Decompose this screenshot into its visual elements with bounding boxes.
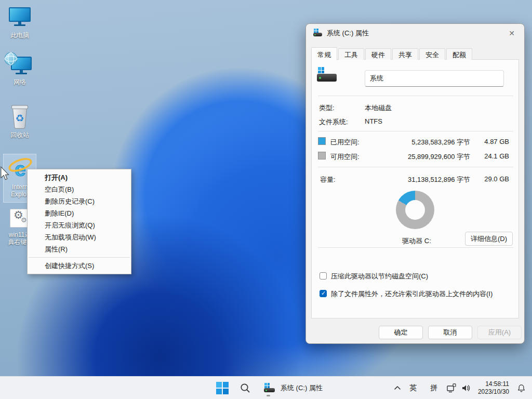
separator	[318, 167, 513, 167]
drive-icon-large	[317, 67, 339, 83]
desktop-icon-network[interactable]: 网络	[0, 53, 39, 86]
search-icon	[240, 382, 251, 394]
free-space-bytes: 25,899,929,600 字节	[408, 152, 470, 162]
desktop-icon-label: 回收站	[0, 131, 39, 139]
drive-caption: 驱动器 C:	[385, 236, 448, 246]
close-button[interactable]: ✕	[506, 27, 518, 39]
network-tray-button[interactable]	[445, 377, 458, 399]
menu-item-create-shortcut[interactable]: 创建快捷方式(S)	[28, 260, 131, 272]
capacity-bytes: 31,138,512,896 字节	[408, 175, 470, 184]
compress-checkbox[interactable]	[320, 272, 327, 280]
used-space-swatch	[318, 137, 326, 145]
apply-button[interactable]: 应用(A)	[477, 326, 522, 339]
recycle-bin-icon: ♻	[0, 103, 39, 130]
menu-item-no-addons[interactable]: 无加载项启动(W)	[28, 231, 131, 243]
used-space-bytes: 5,238,583,296 字节	[411, 138, 470, 147]
clock-time: 14:58:11	[478, 380, 509, 388]
menu-item-open[interactable]: 打开(A)	[28, 171, 131, 183]
ime-mode-indicator[interactable]: 拼	[427, 377, 441, 399]
network-monitor-icon	[0, 53, 39, 77]
windows-logo-icon	[216, 382, 229, 394]
capacity-label: 容量:	[320, 175, 336, 184]
taskbar-app-button[interactable]: 系统 (C:) 属性	[259, 379, 328, 397]
compress-checkbox-label: 压缩此驱动器以节约磁盘空间(C)	[331, 272, 428, 281]
drive-icon-taskbar	[264, 383, 275, 393]
network-icon	[446, 383, 457, 393]
menu-item-inprivate[interactable]: 开启无痕浏览(Q)	[28, 219, 131, 231]
context-menu: 打开(A) 空白页(B) 删除历史记录(C) 删除IE(D) 开启无痕浏览(Q)…	[27, 169, 131, 274]
general-tab-page: 类型: 本地磁盘 文件系统: NTFS 已用空间: 5,238,583,296 …	[311, 59, 519, 318]
taskbar-app-label: 系统 (C:) 属性	[281, 383, 323, 393]
desktop: 此电脑 网络 ♻ 回收站	[0, 0, 532, 399]
desktop-icon-this-pc[interactable]: 此电脑	[0, 6, 39, 39]
desktop-icon-recycle-bin[interactable]: ♻ 回收站	[0, 103, 39, 139]
clock-date: 2023/10/30	[478, 388, 509, 396]
index-checkbox-label: 除了文件属性外，还允许索引此驱动器上文件的内容(I)	[331, 289, 493, 299]
separator	[318, 96, 513, 96]
drive-icon-small	[313, 29, 323, 37]
start-button[interactable]	[214, 377, 231, 399]
free-space-swatch	[318, 152, 326, 159]
tab-quota[interactable]: 配额	[446, 48, 472, 60]
disk-usage-donut	[396, 191, 434, 229]
menu-item-blank-page[interactable]: 空白页(B)	[28, 183, 131, 195]
globe-icon	[4, 52, 18, 65]
type-label: 类型:	[319, 103, 335, 113]
desktop-icon-label: 此电脑	[0, 32, 39, 39]
active-window-indicator	[267, 395, 270, 396]
menu-item-delete-ie[interactable]: 删除IE(D)	[28, 207, 131, 219]
separator	[318, 131, 513, 131]
tab-tools[interactable]: 工具	[338, 48, 364, 60]
tray-overflow-button[interactable]	[390, 377, 405, 399]
filesystem-value: NTFS	[365, 117, 382, 125]
clock[interactable]: 14:58:11 2023/10/30	[478, 380, 509, 396]
speaker-icon	[461, 383, 471, 393]
dialog-title: 系统 (C:) 属性	[327, 29, 369, 38]
menu-item-delete-history[interactable]: 删除历史记录(C)	[28, 195, 131, 207]
details-button[interactable]: 详细信息(D)	[465, 232, 513, 246]
used-space-label: 已用空间:	[330, 138, 360, 147]
used-space-size: 4.87 GB	[484, 138, 509, 145]
dialog-titlebar[interactable]: 系统 (C:) 属性 ✕	[306, 24, 524, 42]
monitor-icon	[0, 6, 39, 30]
tab-sharing[interactable]: 共享	[392, 48, 418, 60]
tab-hardware[interactable]: 硬件	[365, 48, 391, 60]
index-checkbox[interactable]	[320, 290, 327, 297]
menu-separator	[29, 257, 130, 258]
notification-center-button[interactable]	[513, 377, 529, 399]
close-icon: ✕	[509, 29, 515, 37]
cursor-arrow	[0, 166, 10, 181]
taskbar: 系统 (C:) 属性 英 拼	[0, 376, 532, 399]
bell-icon	[516, 383, 526, 393]
free-space-label: 可用空间:	[330, 152, 360, 162]
volume-tray-button[interactable]	[459, 377, 473, 399]
svg-text:♻: ♻	[16, 113, 24, 124]
separator	[318, 247, 513, 248]
free-space-size: 24.1 GB	[484, 152, 509, 160]
chevron-up-icon	[393, 383, 402, 393]
filesystem-label: 文件系统:	[319, 117, 348, 127]
search-button[interactable]	[237, 377, 254, 399]
tab-strip: 常规 工具 硬件 共享 安全 配额	[311, 47, 473, 60]
menu-item-properties[interactable]: 属性(R)	[28, 243, 131, 255]
tab-general[interactable]: 常规	[311, 47, 337, 60]
cancel-button[interactable]: 取消	[428, 326, 472, 339]
type-value: 本地磁盘	[365, 103, 392, 113]
volume-label-input[interactable]	[365, 70, 504, 87]
properties-dialog: 系统 (C:) 属性 ✕ 常规 工具 硬件 共享 安全 配额 类型: 本地磁盘 …	[305, 23, 525, 344]
desktop-icon-label: 网络	[0, 78, 39, 86]
ime-language-indicator[interactable]: 英	[406, 377, 420, 399]
ok-button[interactable]: 确定	[379, 326, 423, 339]
capacity-size: 29.0 GB	[484, 175, 509, 183]
tab-security[interactable]: 安全	[419, 48, 445, 60]
